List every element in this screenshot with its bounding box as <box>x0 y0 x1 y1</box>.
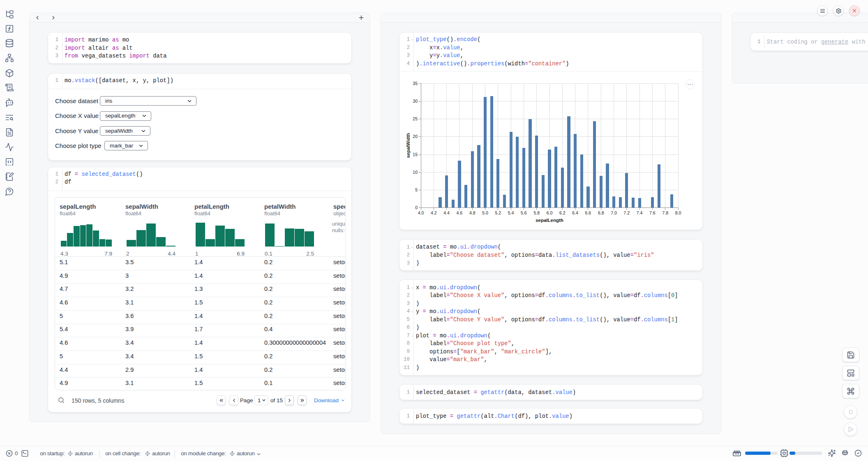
svg-text:5.4: 5.4 <box>508 210 514 215</box>
svg-text:4.6: 4.6 <box>457 210 463 215</box>
svg-text:30: 30 <box>413 99 418 104</box>
svg-text:20: 20 <box>413 134 418 139</box>
svg-text:25: 25 <box>413 116 418 121</box>
svg-text:7.2: 7.2 <box>623 210 630 215</box>
svg-text:6.4: 6.4 <box>572 210 578 215</box>
svg-text:6.8: 6.8 <box>598 210 604 215</box>
svg-text:4.2: 4.2 <box>431 210 437 215</box>
svg-text:5.8: 5.8 <box>533 210 540 215</box>
svg-text:4.4: 4.4 <box>443 210 450 215</box>
svg-text:0: 0 <box>415 205 418 210</box>
svg-text:6.0: 6.0 <box>547 210 553 215</box>
svg-text:7.8: 7.8 <box>662 210 668 215</box>
svg-text:5.0: 5.0 <box>482 210 488 215</box>
svg-text:8.0: 8.0 <box>675 210 681 215</box>
svg-text:10: 10 <box>413 170 418 175</box>
svg-text:4.0: 4.0 <box>418 210 424 215</box>
svg-text:35: 35 <box>413 81 418 86</box>
svg-text:sepalWidth: sepalWidth <box>406 133 411 158</box>
svg-text:5.2: 5.2 <box>495 210 501 215</box>
svg-text:15: 15 <box>413 152 418 157</box>
svg-text:7.4: 7.4 <box>637 210 643 215</box>
svg-text:5.6: 5.6 <box>521 210 527 215</box>
svg-text:5: 5 <box>415 187 418 192</box>
svg-text:6.2: 6.2 <box>559 210 566 215</box>
svg-text:sepalLength: sepalLength <box>536 218 563 223</box>
svg-text:7.0: 7.0 <box>611 210 617 215</box>
svg-text:7.6: 7.6 <box>649 210 656 215</box>
svg-text:6.6: 6.6 <box>585 210 591 215</box>
svg-text:4.8: 4.8 <box>469 210 476 215</box>
